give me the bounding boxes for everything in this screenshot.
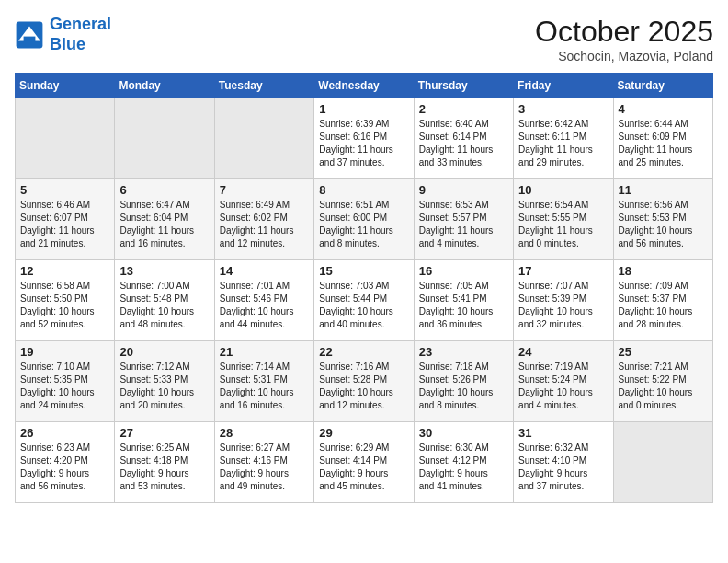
- day-info: Sunrise: 6:53 AM Sunset: 5:57 PM Dayligh…: [419, 199, 508, 250]
- calendar-body: 1Sunrise: 6:39 AM Sunset: 6:16 PM Daylig…: [16, 98, 713, 503]
- day-info: Sunrise: 7:09 AM Sunset: 5:37 PM Dayligh…: [619, 280, 708, 331]
- day-info: Sunrise: 7:01 AM Sunset: 5:46 PM Dayligh…: [220, 280, 309, 331]
- day-number: 4: [619, 102, 708, 116]
- day-info: Sunrise: 6:58 AM Sunset: 5:50 PM Dayligh…: [20, 280, 109, 331]
- day-info: Sunrise: 7:00 AM Sunset: 5:48 PM Dayligh…: [119, 280, 209, 331]
- day-number: 11: [619, 183, 708, 197]
- day-number: 22: [319, 345, 408, 359]
- calendar-cell: 8Sunrise: 6:51 AM Sunset: 6:00 PM Daylig…: [314, 179, 414, 260]
- header-cell-wednesday: Wednesday: [314, 74, 414, 98]
- calendar-cell: 20Sunrise: 7:12 AM Sunset: 5:33 PM Dayli…: [115, 341, 214, 422]
- calendar-cell: 24Sunrise: 7:19 AM Sunset: 5:24 PM Dayli…: [514, 341, 613, 422]
- calendar-cell: 25Sunrise: 7:21 AM Sunset: 5:22 PM Dayli…: [613, 341, 712, 422]
- header-cell-sunday: Sunday: [16, 74, 115, 98]
- day-info: Sunrise: 6:30 AM Sunset: 4:12 PM Dayligh…: [419, 442, 508, 493]
- day-info: Sunrise: 7:03 AM Sunset: 5:44 PM Dayligh…: [319, 280, 408, 331]
- day-number: 15: [319, 264, 408, 278]
- day-info: Sunrise: 6:46 AM Sunset: 6:07 PM Dayligh…: [20, 199, 109, 250]
- calendar-cell: 27Sunrise: 6:25 AM Sunset: 4:18 PM Dayli…: [115, 422, 214, 503]
- day-info: Sunrise: 6:29 AM Sunset: 4:14 PM Dayligh…: [319, 442, 408, 493]
- calendar-cell: 7Sunrise: 6:49 AM Sunset: 6:02 PM Daylig…: [214, 179, 313, 260]
- day-number: 27: [119, 426, 209, 440]
- day-number: 16: [419, 264, 508, 278]
- page-header: General Blue October 2025 Sochocin, Mazo…: [15, 15, 713, 63]
- calendar-week-4: 19Sunrise: 7:10 AM Sunset: 5:35 PM Dayli…: [16, 341, 713, 422]
- day-number: 5: [20, 183, 109, 197]
- logo-line2: Blue: [50, 35, 85, 53]
- day-number: 12: [20, 264, 109, 278]
- calendar-cell: 28Sunrise: 6:27 AM Sunset: 4:16 PM Dayli…: [214, 422, 313, 503]
- calendar-cell: 17Sunrise: 7:07 AM Sunset: 5:39 PM Dayli…: [514, 260, 613, 341]
- day-number: 2: [419, 102, 508, 116]
- day-number: 21: [220, 345, 309, 359]
- calendar-cell: 31Sunrise: 6:32 AM Sunset: 4:10 PM Dayli…: [514, 422, 613, 503]
- calendar-cell: 26Sunrise: 6:23 AM Sunset: 4:20 PM Dayli…: [16, 422, 115, 503]
- day-info: Sunrise: 6:42 AM Sunset: 6:11 PM Dayligh…: [518, 118, 608, 169]
- day-number: 8: [319, 183, 408, 197]
- calendar-cell: 14Sunrise: 7:01 AM Sunset: 5:46 PM Dayli…: [214, 260, 313, 341]
- calendar-week-3: 12Sunrise: 6:58 AM Sunset: 5:50 PM Dayli…: [16, 260, 713, 341]
- calendar-cell: 10Sunrise: 6:54 AM Sunset: 5:55 PM Dayli…: [514, 179, 613, 260]
- calendar-cell: [115, 98, 214, 179]
- day-number: 14: [220, 264, 309, 278]
- calendar-cell: 30Sunrise: 6:30 AM Sunset: 4:12 PM Dayli…: [414, 422, 513, 503]
- calendar-cell: 5Sunrise: 6:46 AM Sunset: 6:07 PM Daylig…: [16, 179, 115, 260]
- day-info: Sunrise: 6:44 AM Sunset: 6:09 PM Dayligh…: [619, 118, 708, 169]
- header-cell-saturday: Saturday: [613, 74, 712, 98]
- day-info: Sunrise: 7:21 AM Sunset: 5:22 PM Dayligh…: [619, 361, 708, 412]
- calendar-cell: 15Sunrise: 7:03 AM Sunset: 5:44 PM Dayli…: [314, 260, 414, 341]
- calendar-cell: 2Sunrise: 6:40 AM Sunset: 6:14 PM Daylig…: [414, 98, 513, 179]
- day-number: 1: [319, 102, 408, 116]
- day-number: 26: [20, 426, 109, 440]
- calendar-cell: 29Sunrise: 6:29 AM Sunset: 4:14 PM Dayli…: [314, 422, 414, 503]
- calendar-table: SundayMondayTuesdayWednesdayThursdayFrid…: [15, 73, 713, 503]
- day-info: Sunrise: 7:19 AM Sunset: 5:24 PM Dayligh…: [518, 361, 608, 412]
- day-info: Sunrise: 7:10 AM Sunset: 5:35 PM Dayligh…: [20, 361, 109, 412]
- day-info: Sunrise: 6:54 AM Sunset: 5:55 PM Dayligh…: [518, 199, 608, 250]
- day-info: Sunrise: 6:40 AM Sunset: 6:14 PM Dayligh…: [419, 118, 508, 169]
- day-info: Sunrise: 6:27 AM Sunset: 4:16 PM Dayligh…: [220, 442, 309, 493]
- day-number: 25: [619, 345, 708, 359]
- calendar-cell: 3Sunrise: 6:42 AM Sunset: 6:11 PM Daylig…: [514, 98, 613, 179]
- day-number: 29: [319, 426, 408, 440]
- calendar-header: SundayMondayTuesdayWednesdayThursdayFrid…: [16, 74, 713, 98]
- calendar-cell: 16Sunrise: 7:05 AM Sunset: 5:41 PM Dayli…: [414, 260, 513, 341]
- header-cell-tuesday: Tuesday: [214, 74, 313, 98]
- day-number: 17: [518, 264, 608, 278]
- calendar-cell: 21Sunrise: 7:14 AM Sunset: 5:31 PM Dayli…: [214, 341, 313, 422]
- day-info: Sunrise: 7:18 AM Sunset: 5:26 PM Dayligh…: [419, 361, 508, 412]
- calendar-cell: [214, 98, 313, 179]
- day-info: Sunrise: 6:47 AM Sunset: 6:04 PM Dayligh…: [119, 199, 209, 250]
- logo-icon: [15, 20, 44, 50]
- calendar-cell: [16, 98, 115, 179]
- day-number: 18: [619, 264, 708, 278]
- calendar-cell: 4Sunrise: 6:44 AM Sunset: 6:09 PM Daylig…: [613, 98, 712, 179]
- calendar-week-5: 26Sunrise: 6:23 AM Sunset: 4:20 PM Dayli…: [16, 422, 713, 503]
- logo-line1: General: [50, 15, 111, 33]
- calendar-cell: [613, 422, 712, 503]
- location-subtitle: Sochocin, Mazovia, Poland: [535, 49, 713, 63]
- day-info: Sunrise: 6:25 AM Sunset: 4:18 PM Dayligh…: [119, 442, 209, 493]
- calendar-cell: 23Sunrise: 7:18 AM Sunset: 5:26 PM Dayli…: [414, 341, 513, 422]
- day-info: Sunrise: 7:14 AM Sunset: 5:31 PM Dayligh…: [220, 361, 309, 412]
- header-row: SundayMondayTuesdayWednesdayThursdayFrid…: [16, 74, 713, 98]
- day-info: Sunrise: 6:32 AM Sunset: 4:10 PM Dayligh…: [518, 442, 608, 493]
- svg-rect-2: [24, 36, 36, 41]
- title-block: October 2025 Sochocin, Mazovia, Poland: [535, 15, 713, 63]
- calendar-cell: 19Sunrise: 7:10 AM Sunset: 5:35 PM Dayli…: [16, 341, 115, 422]
- day-info: Sunrise: 7:05 AM Sunset: 5:41 PM Dayligh…: [419, 280, 508, 331]
- day-number: 24: [518, 345, 608, 359]
- calendar-week-1: 1Sunrise: 6:39 AM Sunset: 6:16 PM Daylig…: [16, 98, 713, 179]
- calendar-cell: 13Sunrise: 7:00 AM Sunset: 5:48 PM Dayli…: [115, 260, 214, 341]
- day-number: 20: [119, 345, 209, 359]
- calendar-cell: 12Sunrise: 6:58 AM Sunset: 5:50 PM Dayli…: [16, 260, 115, 341]
- calendar-cell: 1Sunrise: 6:39 AM Sunset: 6:16 PM Daylig…: [314, 98, 414, 179]
- day-number: 19: [20, 345, 109, 359]
- day-info: Sunrise: 6:23 AM Sunset: 4:20 PM Dayligh…: [20, 442, 109, 493]
- logo: General Blue: [15, 15, 111, 54]
- header-cell-thursday: Thursday: [414, 74, 513, 98]
- day-number: 30: [419, 426, 508, 440]
- calendar-week-2: 5Sunrise: 6:46 AM Sunset: 6:07 PM Daylig…: [16, 179, 713, 260]
- month-title: October 2025: [535, 15, 713, 49]
- day-number: 3: [518, 102, 608, 116]
